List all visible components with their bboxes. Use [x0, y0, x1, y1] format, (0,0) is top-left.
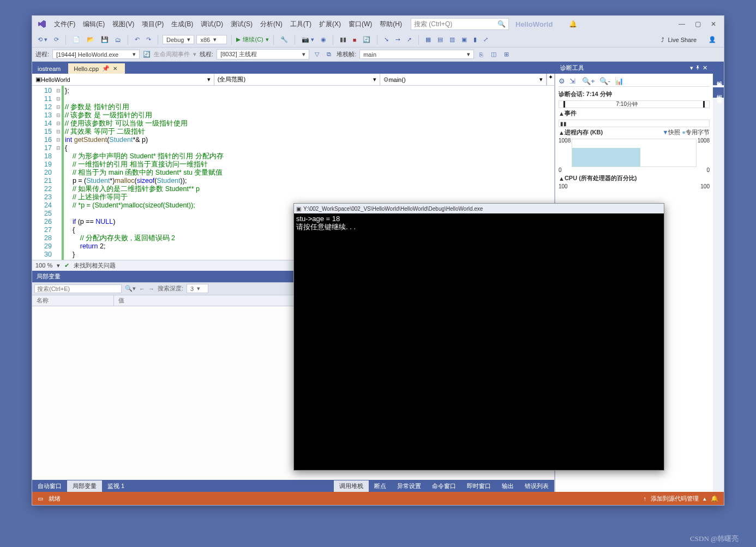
tab-breakpoints[interactable]: 断点	[369, 480, 392, 492]
misc2-icon[interactable]: ◫	[489, 50, 499, 59]
window-icon[interactable]: ▦	[423, 35, 433, 44]
tab-command[interactable]: 命令窗口	[427, 480, 461, 492]
search-icon[interactable]: 🔍▾	[125, 285, 136, 292]
tab-iostream[interactable]: iostream	[32, 64, 68, 74]
live-share-button[interactable]: Live Share	[668, 37, 697, 43]
project-name: HelloWorld	[515, 20, 553, 28]
tab-watch1[interactable]: 监视 1	[102, 480, 130, 492]
add-source-control[interactable]: 添加到源代码管理	[651, 495, 699, 503]
diag-cpu[interactable]: ▲CPU (所有处理器的百分比)	[559, 173, 710, 183]
menu-item[interactable]: 分析(N)	[257, 17, 286, 31]
menu-item[interactable]: 项目(P)	[139, 17, 167, 31]
step-into-icon[interactable]: ➘	[382, 35, 391, 44]
config-dropdown[interactable]: Debug▾	[163, 35, 194, 44]
pause-icon[interactable]: ▮▮	[338, 35, 349, 44]
stop-icon[interactable]: ■	[351, 35, 359, 44]
feedback-icon[interactable]: 🔔	[569, 20, 577, 28]
open-icon[interactable]: 📂	[85, 35, 97, 44]
nav-project[interactable]: ▣ HelloWorld▾	[32, 74, 214, 85]
nav-scope[interactable]: (全局范围)▾	[214, 74, 381, 85]
diag-memory[interactable]: ▲进程内存 (KB) ▼快照 ●专用字节	[559, 127, 710, 138]
nav-bar: ▣ HelloWorld▾ (全局范围)▾ ⊙ main()▾ ✦	[32, 74, 554, 86]
live-share-icon[interactable]: ⤴	[661, 37, 664, 43]
save-icon[interactable]: 💾	[99, 35, 111, 44]
restart-icon[interactable]: 🔄	[361, 35, 373, 44]
tab-errors[interactable]: 错误列表	[519, 480, 554, 492]
export-icon[interactable]: ⇲	[569, 77, 575, 85]
menu-item[interactable]: 工具(T)	[287, 17, 315, 31]
pin-icon[interactable]: 📌	[102, 65, 110, 72]
circle-icon[interactable]: ◉	[319, 35, 328, 44]
events-track[interactable]: ▮▮	[559, 120, 710, 127]
undo-icon[interactable]: ↶	[133, 35, 142, 44]
timeline-track[interactable]: 7:10分钟	[559, 100, 710, 108]
zoom-in-icon[interactable]: 🔍+	[582, 77, 595, 85]
menu-item[interactable]: 调试(D)	[197, 17, 226, 31]
menu-item[interactable]: 窗口(W)	[345, 17, 375, 31]
notifications-icon[interactable]: 🔔	[711, 495, 718, 502]
tab-immediate[interactable]: 即时窗口	[461, 480, 496, 492]
new-icon[interactable]: 📄	[70, 35, 82, 44]
window2-icon[interactable]: ▤	[435, 35, 445, 44]
window5-icon[interactable]: ▮	[471, 35, 479, 44]
vs-logo-icon	[38, 20, 46, 28]
platform-dropdown[interactable]: x86▾	[196, 35, 227, 44]
redo-icon[interactable]: ↷	[144, 35, 153, 44]
stackframe-label: 堆栈帧:	[337, 50, 356, 58]
minimize-button[interactable]: —	[679, 20, 685, 28]
menu-item[interactable]: 扩展(X)	[316, 17, 344, 31]
tab-hello-cpp[interactable]: Hello.cpp 📌 ✕	[68, 63, 125, 74]
stackframe-dropdown[interactable]: main▾	[359, 50, 474, 59]
solution-explorer-tab[interactable]: 解决方案资源管理器	[713, 74, 724, 85]
process-dropdown[interactable]: [19444] HelloWorld.exe▾	[52, 50, 140, 59]
threads-icon[interactable]: ⧉	[325, 50, 333, 59]
maximize-button[interactable]: ▢	[695, 20, 701, 28]
window6-icon[interactable]: ⤢	[481, 35, 490, 44]
statusbar: ▭ 就绪 ↑ 添加到源代码管理▴ 🔔	[32, 492, 724, 505]
diag-title: 诊断工具▾ 🖈 ✕	[555, 62, 713, 74]
locals-search-input[interactable]	[34, 284, 122, 293]
zoom-out-icon[interactable]: 🔍-	[599, 77, 610, 85]
menu-item[interactable]: 生成(B)	[168, 17, 196, 31]
nav-member[interactable]: ⊙ main()▾	[380, 74, 547, 85]
search-input[interactable]: 搜索 (Ctrl+Q) 🔍	[411, 18, 509, 30]
gear-icon[interactable]: ⚙	[559, 77, 565, 85]
close-icon[interactable]: ✕	[113, 66, 117, 72]
saveall-icon[interactable]: 🗂	[113, 35, 123, 44]
menu-item[interactable]: 编辑(E)	[80, 17, 108, 31]
nav-back-icon[interactable]: ⟲ ▾	[35, 35, 50, 44]
menu-item[interactable]: 视图(V)	[109, 17, 137, 31]
close-button[interactable]: ✕	[711, 20, 716, 28]
camera-icon[interactable]: 📷 ▾	[299, 35, 316, 44]
filter-icon[interactable]: ▽	[313, 50, 321, 59]
step-over-icon[interactable]: ➙	[393, 35, 403, 44]
account-icon[interactable]: 👤	[709, 36, 716, 43]
console-window[interactable]: ▣ Y:\002_WorkSpace\002_VS\HelloWorld\Hel…	[293, 203, 664, 471]
menu-item[interactable]: 帮助(H)	[376, 17, 405, 31]
misc3-icon[interactable]: ⊞	[502, 50, 511, 59]
zoom-level[interactable]: 100 %	[35, 262, 52, 269]
nav-fwd-icon[interactable]: ⟳	[52, 35, 61, 44]
tab-locals[interactable]: 局部变量	[67, 480, 102, 492]
menubar: 文件(F)编辑(E)视图(V)项目(P)生成(B)调试(D)测试(S)分析(N)…	[51, 17, 405, 31]
step-out-icon[interactable]: ➚	[405, 35, 414, 44]
continue-button[interactable]: 继续(C) ▾	[236, 35, 268, 44]
misc1-icon[interactable]: ⎘	[477, 50, 485, 59]
menu-item[interactable]: 文件(F)	[51, 17, 79, 31]
tab-output[interactable]: 输出	[496, 480, 519, 492]
split-icon[interactable]: ✦	[547, 74, 554, 85]
tab-callstack[interactable]: 调用堆栈	[334, 480, 369, 492]
memory-graph[interactable]	[572, 139, 697, 167]
thread-dropdown[interactable]: [8032] 主线程▾	[217, 49, 309, 60]
chart-icon[interactable]: 📊	[615, 77, 623, 85]
diag-events[interactable]: ▲事件	[559, 108, 710, 118]
menu-item[interactable]: 测试(S)	[227, 17, 256, 31]
window4-icon[interactable]: ▣	[459, 35, 469, 44]
window3-icon[interactable]: ▥	[447, 35, 457, 44]
lifecycle-icon[interactable]: 🔄	[143, 51, 151, 58]
depth-dropdown[interactable]: 3▾	[187, 284, 208, 293]
team-explorer-tab[interactable]: 团队资源管理器	[713, 87, 724, 98]
tool-icon[interactable]: 🔧	[278, 35, 290, 44]
tab-exceptions[interactable]: 异常设置	[392, 480, 427, 492]
tab-auto[interactable]: 自动窗口	[32, 480, 67, 492]
